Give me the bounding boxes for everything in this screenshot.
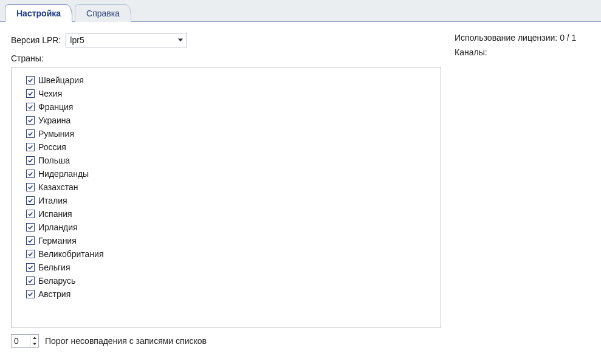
list-item: Бельгия [26,261,441,274]
chevron-down-icon [33,343,36,345]
threshold-value[interactable]: 0 [12,335,30,347]
threshold-step-down[interactable] [30,341,38,347]
list-item: Австрия [26,287,441,301]
country-checkbox[interactable] [26,223,35,232]
list-item: Румыния [26,127,441,140]
country-checkbox[interactable] [26,170,35,178]
list-item: Италия [26,194,441,207]
threshold-spinner[interactable]: 0 [11,334,39,348]
country-label: Нидерланды [38,169,89,179]
country-checkbox[interactable] [26,156,35,165]
list-item: Нидерланды [26,167,441,180]
countries-label: Страны: [11,53,448,63]
country-label: Ирландия [38,222,78,232]
list-item: Польша [26,154,441,167]
country-label: Швейцария [38,75,84,85]
country-checkbox[interactable] [26,290,35,298]
list-item: Украина [26,114,441,127]
country-label: Испания [38,209,72,219]
tab-help-label: Справка [86,9,120,18]
list-item: Франция [26,100,441,114]
country-checkbox[interactable] [26,236,35,245]
version-select-value: lpr5 [70,35,84,45]
list-item: Великобритания [26,247,441,261]
version-select[interactable]: lpr5 [66,33,187,47]
country-label: Италия [38,196,67,205]
country-label: Украина [38,115,70,125]
country-label: Россия [38,142,66,152]
license-usage-value: 0 / 1 [560,33,576,43]
list-item: Ирландия [26,221,441,234]
list-item: Испания [26,207,441,221]
chevron-up-icon [33,337,36,339]
list-item: Чехия [26,87,441,100]
threshold-step-up[interactable] [30,335,38,341]
tab-bar: Настройка Справка [0,0,601,22]
list-item: Германия [26,234,441,247]
country-label: Великобритания [38,249,104,259]
country-label: Австрия [38,289,70,299]
country-label: Германия [38,236,77,246]
country-label: Чехия [38,89,62,98]
country-label: Бельгия [38,263,70,272]
country-label: Польша [38,156,70,165]
country-label: Франция [38,102,73,112]
tab-settings-label: Настройка [16,9,61,18]
tab-help[interactable]: Справка [75,4,131,22]
list-item: Россия [26,140,441,154]
country-checkbox[interactable] [26,276,35,285]
threshold-label: Порог несовпадения с записями списков [45,336,207,346]
country-label: Казахстан [38,182,78,192]
country-checkbox[interactable] [26,129,35,138]
country-checkbox[interactable] [26,89,35,98]
list-item: Казахстан [26,180,441,194]
countries-listbox[interactable]: ШвейцарияЧехияФранцияУкраинаРумынияРосси… [11,67,441,328]
license-usage-label: Использование лицензии: [455,33,557,43]
country-checkbox[interactable] [26,196,35,205]
country-label: Беларусь [38,276,75,286]
tab-settings[interactable]: Настройка [5,4,72,22]
country-checkbox[interactable] [26,116,35,125]
list-item: Швейцария [26,74,441,87]
country-checkbox[interactable] [26,103,35,111]
country-label: Румыния [38,129,74,139]
country-checkbox[interactable] [26,210,35,218]
version-label: Версия LPR: [11,35,61,45]
country-checkbox[interactable] [26,183,35,191]
chevron-down-icon [178,39,183,42]
country-checkbox[interactable] [26,143,35,151]
country-checkbox[interactable] [26,263,35,272]
country-checkbox[interactable] [26,250,35,258]
list-item: Беларусь [26,274,441,287]
country-checkbox[interactable] [26,76,35,84]
channels-label: Каналы: [455,47,487,57]
